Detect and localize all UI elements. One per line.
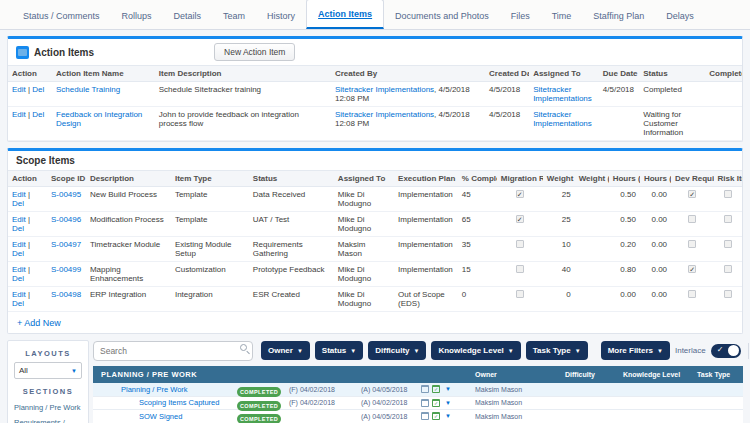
dev-required-checkbox[interactable] bbox=[688, 290, 696, 298]
layout-select[interactable]: All ▼ bbox=[14, 362, 82, 379]
tab-history[interactable]: History bbox=[256, 2, 306, 29]
calendar-check-icon[interactable] bbox=[432, 385, 440, 393]
edit-link[interactable]: Edit bbox=[12, 85, 26, 94]
task-link[interactable]: SOW Signed bbox=[139, 412, 182, 421]
scope-items-panel: Scope Items Action Scope ID Description … bbox=[7, 148, 743, 334]
interlace-toggle[interactable]: ✓ bbox=[711, 344, 741, 358]
hours-a: 0.00 bbox=[640, 187, 671, 212]
filter-owner-button[interactable]: Owner▼ bbox=[261, 341, 310, 360]
risk-item-checkbox[interactable] bbox=[724, 265, 732, 273]
search-input[interactable] bbox=[93, 341, 253, 361]
del-link[interactable]: Del bbox=[12, 249, 24, 258]
dev-required-checkbox[interactable]: ✓ bbox=[688, 190, 696, 198]
execution-plan: Implementation bbox=[394, 237, 458, 262]
hours-f: 0.50 bbox=[609, 212, 640, 237]
migration-reqd-checkbox[interactable] bbox=[516, 240, 524, 248]
created-by-link[interactable]: Sitetracker Implementations bbox=[335, 110, 434, 119]
edit-link[interactable]: Edit bbox=[12, 215, 26, 224]
scope-id-link[interactable]: S-00499 bbox=[51, 265, 81, 274]
add-new-link[interactable]: + Add New bbox=[8, 313, 70, 333]
chevron-down-icon[interactable]: ▼ bbox=[445, 413, 451, 419]
chevron-down-icon[interactable]: ▼ bbox=[445, 400, 451, 406]
tab-status-comments[interactable]: Status / Comments bbox=[12, 2, 111, 29]
migration-reqd-checkbox[interactable]: ✓ bbox=[516, 190, 524, 198]
action-item-row: Edit | Del Feedback on Integration Desig… bbox=[8, 107, 742, 141]
tab-details[interactable]: Details bbox=[163, 2, 213, 29]
assigned-to-link[interactable]: Sitetracker Implementations bbox=[533, 110, 592, 128]
layout-select-value: All bbox=[19, 366, 28, 375]
scope-id-link[interactable]: S-00497 bbox=[51, 240, 81, 249]
tab-files[interactable]: Files bbox=[500, 2, 541, 29]
sections-heading: SECTIONS bbox=[8, 387, 88, 396]
action-item-name-link[interactable]: Schedule Training bbox=[56, 85, 120, 94]
del-link[interactable]: Del bbox=[12, 199, 24, 208]
scope-id-link[interactable]: S-00498 bbox=[51, 290, 81, 299]
item-type: Customization bbox=[171, 262, 249, 287]
filter-difficulty-button[interactable]: Difficulty▼ bbox=[368, 341, 426, 360]
more-filters-button[interactable]: More Filters▼ bbox=[601, 341, 670, 360]
migration-reqd-checkbox[interactable]: ✓ bbox=[516, 215, 524, 223]
scope-id-link[interactable]: S-00496 bbox=[51, 215, 81, 224]
risk-item-checkbox[interactable] bbox=[724, 190, 732, 198]
edit-link[interactable]: Edit bbox=[12, 240, 26, 249]
tab-action-items[interactable]: Action Items bbox=[306, 0, 384, 29]
del-link[interactable]: Del bbox=[32, 85, 44, 94]
risk-item-checkbox[interactable] bbox=[724, 215, 732, 223]
calendar-icon[interactable] bbox=[421, 385, 429, 393]
assigned-to: Mike Di Modugno bbox=[334, 212, 394, 237]
description: New Build Process bbox=[86, 187, 171, 212]
del-link[interactable]: Del bbox=[12, 224, 24, 233]
tab-time[interactable]: Time bbox=[541, 2, 583, 29]
migration-reqd-checkbox[interactable] bbox=[516, 265, 524, 273]
tab-team[interactable]: Team bbox=[212, 2, 256, 29]
filter-status-button[interactable]: Status▼ bbox=[315, 341, 363, 360]
filter-knowledge-level-button[interactable]: Knowledge Level▼ bbox=[431, 341, 520, 360]
chevron-down-icon[interactable]: ▼ bbox=[445, 386, 451, 392]
del-link[interactable]: Del bbox=[32, 110, 44, 119]
tab-rollups[interactable]: Rollups bbox=[111, 2, 163, 29]
weight-f: 40 bbox=[543, 262, 575, 287]
dev-required-checkbox[interactable] bbox=[688, 240, 696, 248]
pct-complete: 45 bbox=[458, 187, 497, 212]
created-by-link[interactable]: Sitetracker Implementations bbox=[335, 85, 434, 94]
migration-reqd-checkbox[interactable] bbox=[516, 290, 524, 298]
dev-required-checkbox[interactable] bbox=[688, 215, 696, 223]
action-item-name-link[interactable]: Feedback on Integration Design bbox=[56, 110, 142, 128]
calendar-check-icon[interactable] bbox=[432, 399, 440, 407]
owner: Maksim Mason bbox=[475, 413, 565, 420]
calendar-icon[interactable] bbox=[421, 412, 429, 420]
task-row: Planning / Pre Work COMPLETED (F) 04/02/… bbox=[93, 383, 743, 397]
sidebar-item-requirements-definition[interactable]: Requirements / Definition bbox=[8, 415, 88, 423]
chevron-down-icon: ▼ bbox=[297, 348, 303, 354]
task-link[interactable]: Planning / Pre Work bbox=[121, 385, 188, 394]
tab-delays[interactable]: Delays bbox=[655, 2, 705, 29]
description: Timetracker Module bbox=[86, 237, 171, 262]
weight-f: 10 bbox=[543, 237, 575, 262]
execution-plan: Implementation bbox=[394, 262, 458, 287]
tab-staffing-plan[interactable]: Staffing Plan bbox=[582, 2, 655, 29]
section-band-planning-pre-work[interactable]: PLANNING / PRE WORK Owner Difficulty Kno… bbox=[93, 366, 743, 383]
edit-link[interactable]: Edit bbox=[12, 190, 26, 199]
scope-id-link[interactable]: S-00495 bbox=[51, 190, 81, 199]
scope-items-table: Action Scope ID Description Item Type St… bbox=[8, 170, 742, 312]
task-link[interactable]: Scoping Items Captured bbox=[139, 398, 219, 407]
calendar-check-icon[interactable] bbox=[432, 412, 440, 420]
edit-link[interactable]: Edit bbox=[12, 110, 26, 119]
new-action-item-button[interactable]: New Action Item bbox=[214, 43, 295, 61]
dev-required-checkbox[interactable]: ✓ bbox=[688, 265, 696, 273]
weight-a bbox=[575, 187, 609, 212]
edit-link[interactable]: Edit bbox=[12, 290, 26, 299]
sidebar-item-planning-pre-work[interactable]: Planning / Pre Work bbox=[8, 400, 88, 415]
risk-item-checkbox[interactable] bbox=[724, 290, 732, 298]
filter-task-type-button[interactable]: Task Type▼ bbox=[526, 341, 588, 360]
del-link[interactable]: Del bbox=[12, 299, 24, 308]
weight-a bbox=[575, 287, 609, 312]
calendar-icon[interactable] bbox=[421, 399, 429, 407]
assigned-to-link[interactable]: Sitetracker Implementations bbox=[533, 85, 592, 103]
pct-complete: 65 bbox=[458, 212, 497, 237]
risk-item-checkbox[interactable] bbox=[724, 240, 732, 248]
del-link[interactable]: Del bbox=[12, 274, 24, 283]
chevron-down-icon: ▼ bbox=[575, 348, 581, 354]
tab-documents-and-photos[interactable]: Documents and Photos bbox=[384, 2, 500, 29]
edit-link[interactable]: Edit bbox=[12, 265, 26, 274]
